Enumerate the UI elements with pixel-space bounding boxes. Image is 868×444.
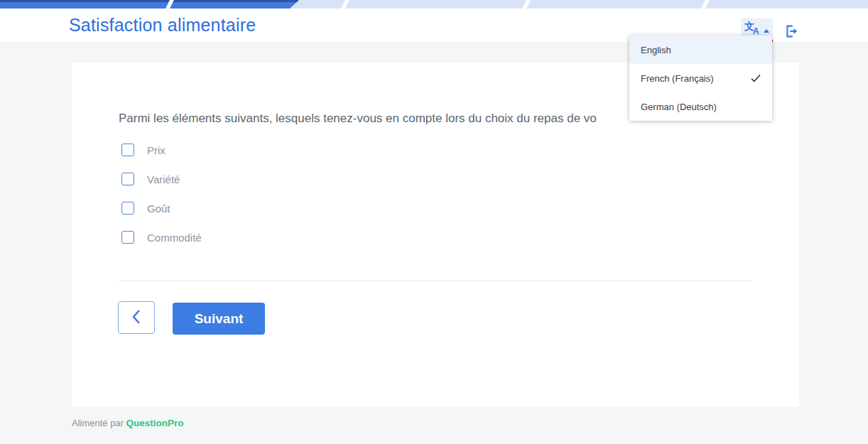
- logout-button[interactable]: [781, 23, 800, 41]
- checkbox[interactable]: [121, 231, 134, 244]
- language-menu-item-label: English: [641, 45, 671, 55]
- brand-link[interactable]: QuestionPro: [126, 418, 184, 428]
- options-list: Prix Variété Goût Commodité: [121, 144, 202, 260]
- checkbox[interactable]: [121, 202, 134, 215]
- back-button[interactable]: [118, 301, 155, 334]
- language-menu-item-label: German (Deutsch): [641, 102, 717, 112]
- language-menu-item-label: French (Français): [641, 73, 714, 84]
- option-label: Prix: [147, 144, 166, 156]
- progress-separator: [341, 0, 349, 9]
- question-text: Parmi les éléments suivants, lesquels te…: [119, 112, 629, 126]
- language-menu-item[interactable]: English: [629, 36, 772, 64]
- progress-bar: [0, 0, 868, 9]
- check-icon: [749, 72, 762, 85]
- logout-icon: [783, 31, 798, 41]
- powered-by: Alimenté par QuestionPro: [72, 418, 184, 428]
- powered-by-text: Alimenté par: [72, 418, 124, 428]
- language-menu-item[interactable]: German (Deutsch): [629, 92, 772, 121]
- option-row[interactable]: Prix: [121, 144, 202, 156]
- language-menu-item[interactable]: French (Français): [629, 64, 772, 92]
- translate-a-glyph: A: [753, 26, 759, 36]
- checkbox[interactable]: [121, 173, 134, 185]
- progress-separator: [701, 0, 710, 9]
- divider: [119, 281, 752, 281]
- option-row[interactable]: Variété: [121, 173, 202, 185]
- progress-fill: [0, 0, 299, 9]
- next-button[interactable]: Suivant: [173, 303, 265, 335]
- caret-up-icon: [764, 29, 769, 33]
- checkbox[interactable]: [121, 144, 134, 156]
- option-label: Commodité: [147, 232, 202, 244]
- option-label: Goût: [147, 202, 170, 215]
- progress-separator: [522, 0, 531, 9]
- page-title: Satisfaction alimentaire: [69, 9, 256, 42]
- option-row[interactable]: Commodité: [121, 231, 202, 244]
- chevron-left-icon: [130, 308, 143, 327]
- language-menu: English French (Français) German (Deutsc…: [629, 36, 772, 121]
- option-label: Variété: [147, 173, 180, 185]
- option-row[interactable]: Goût: [121, 202, 202, 215]
